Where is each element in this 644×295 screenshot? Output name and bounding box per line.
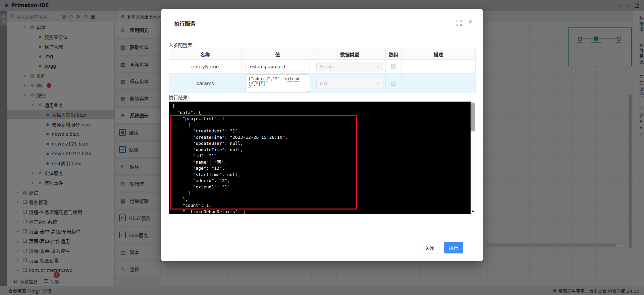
param-row-params: params ["aderrd","2","extend 1","1"] Lis… xyxy=(169,74,476,93)
param-desc xyxy=(401,74,476,93)
console-scrollbar[interactable]: ▼ xyxy=(471,102,475,214)
fullscreen-icon[interactable] xyxy=(457,20,462,27)
execute-service-dialog: 执行服务 ✕ 入参配置表: 名称 值 数据类型 数组 描述 entityName… xyxy=(161,9,483,261)
scroll-down-arrow-icon[interactable]: ▼ xyxy=(471,209,475,214)
param-name: params xyxy=(169,74,241,93)
execute-button[interactable]: 执行 xyxy=(444,242,463,253)
param-row-entityname: entityName test.img.aproject String∨ xyxy=(169,60,476,74)
params-table: 名称 值 数据类型 数组 描述 entityName test.img.apro… xyxy=(169,49,476,93)
params-array-checkbox[interactable] xyxy=(391,81,396,86)
col-value: 值 xyxy=(241,49,314,60)
params-table-header-row: 名称 值 数据类型 数组 描述 xyxy=(169,49,476,60)
scrollbar-thumb[interactable] xyxy=(471,103,475,131)
entityname-type-select: String∨ xyxy=(316,62,383,71)
params-value-textarea[interactable]: ["aderrd","2","extend 1","1"] xyxy=(246,74,310,93)
annotation-highlight-box xyxy=(170,115,357,210)
col-name: 名称 xyxy=(169,49,241,60)
misspelled-text: 1 xyxy=(249,82,251,86)
resize-handle-icon[interactable] xyxy=(306,89,309,92)
chevron-down-icon: ∨ xyxy=(377,64,379,69)
close-icon[interactable]: ✕ xyxy=(468,18,473,25)
execution-result-console[interactable]: { "data": { "projectList": [ { "createUs… xyxy=(169,102,475,214)
chevron-down-icon: ∨ xyxy=(377,81,379,85)
dialog-title: 执行服务 xyxy=(174,19,196,27)
col-array: 数组 xyxy=(386,49,401,60)
close-button[interactable]: 关闭 xyxy=(420,242,439,253)
entityname-array-checkbox[interactable] xyxy=(391,64,396,69)
misspelled-text: aderrd xyxy=(253,76,268,81)
params-table-label: 入参配置表: xyxy=(169,42,194,48)
misspelled-text: extend xyxy=(285,76,299,81)
entityname-value-input[interactable]: test.img.aproject xyxy=(246,62,310,71)
param-desc xyxy=(401,60,476,74)
param-name: entityName xyxy=(169,60,241,74)
col-desc: 描述 xyxy=(401,49,476,60)
col-datatype: 数据类型 xyxy=(314,49,386,60)
params-type-select: List∨ xyxy=(316,79,383,88)
result-label: 执行结果: xyxy=(169,94,189,101)
